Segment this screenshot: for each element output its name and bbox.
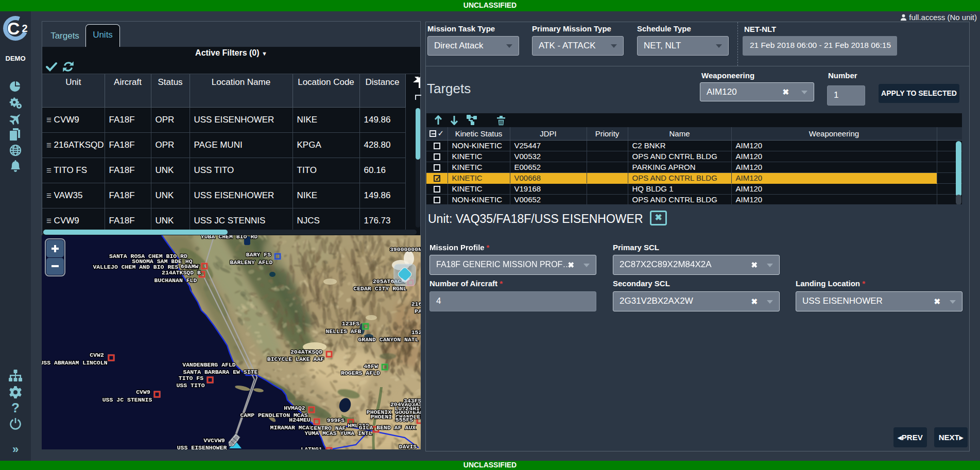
svg-text:214ATKSQD B: 214ATKSQD B	[162, 269, 201, 276]
svg-text:PA: PA	[415, 308, 421, 315]
svg-text:C: C	[7, 19, 20, 38]
svg-text:343FS: 343FS	[404, 397, 421, 404]
svg-text:999FS: 999FS	[327, 417, 345, 424]
svg-text:216: 216	[411, 301, 421, 307]
svg-text:LATNG1: LATNG1	[301, 446, 322, 449]
svg-text:USS ABRAHAM LINCOLN: USS ABRAHAM LINCOLN	[42, 359, 108, 366]
svg-text:2: 2	[22, 23, 27, 34]
svg-text:BARLENY AFLD: BARLENY AFLD	[230, 259, 273, 266]
svg-text:VVCVW9: VVCVW9	[203, 437, 225, 444]
svg-text:CVW9: CVW9	[136, 389, 150, 395]
svg-text:LU?24H1?: LU?24H1?	[394, 405, 421, 412]
svg-text:152: 152	[411, 329, 421, 336]
svg-text:VANDENBERG AFLD: VANDENBERG AFLD	[182, 361, 236, 368]
svg-text:CEDAR CITY RGNL: CEDAR CITY RGNL	[353, 285, 407, 292]
svg-text:YUMA MCAS YUMA INTL: YUMA MCAS YUMA INTL	[304, 430, 372, 437]
svg-text:USS JC STENNIS: USS JC STENNIS	[102, 396, 152, 403]
svg-text:123FS: 123FS	[342, 320, 360, 327]
svg-text:39000000N: 39000000N	[390, 246, 421, 253]
svg-text:DAVIS: DAVIS	[399, 443, 417, 449]
svg-text:48FW: 48FW	[364, 363, 378, 370]
svg-text:USS TITO: USS TITO	[176, 382, 204, 389]
svg-text:YUBA CHEM BIO RD: YUBA CHEM BIO RD	[201, 235, 258, 240]
svg-text:CVW2: CVW2	[90, 352, 104, 358]
svg-text:USS EISENHOWER: USS EISENHOWER	[177, 444, 227, 449]
svg-text:NELLIS AFB: NELLIS AFB	[325, 328, 361, 335]
svg-text:GRAND CANYON NATL: GRAND CANYON NATL	[358, 336, 418, 343]
svg-text:ROGERS AFLD: ROGERS AFLD	[341, 370, 380, 376]
svg-text:BARY FS: BARY FS	[246, 251, 271, 258]
svg-text:BICYCLE LAKE AAF: BICYCLE LAKE AAF	[267, 356, 324, 362]
svg-text:TITO FS: TITO FS	[179, 375, 203, 381]
svg-text:555FS: 555FS	[396, 416, 414, 423]
svg-text:H24MEU: H24MEU	[289, 416, 311, 423]
svg-text:HVMAQ2: HVMAQ2	[284, 405, 305, 411]
svg-text:204ATKSQD: 204ATKSQD	[290, 349, 322, 355]
svg-text:BUCHANAN FLD: BUCHANAN FLD	[154, 277, 197, 284]
